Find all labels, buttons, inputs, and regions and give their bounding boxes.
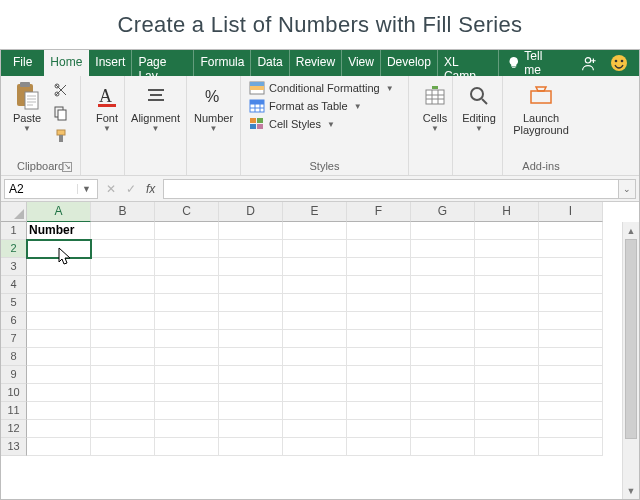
cell[interactable] [283,240,347,258]
cell[interactable] [411,240,475,258]
smiley-icon[interactable] [609,53,629,73]
cell[interactable] [91,330,155,348]
cell[interactable] [91,258,155,276]
cell[interactable] [283,348,347,366]
cell[interactable] [347,294,411,312]
cell[interactable] [539,294,603,312]
cell[interactable] [475,312,539,330]
cell[interactable] [347,348,411,366]
format-as-table-button[interactable]: Format as Table ▼ [247,98,396,114]
cell[interactable] [411,348,475,366]
number-button[interactable]: % Number ▼ [193,80,234,135]
column-header[interactable]: F [347,202,411,222]
cell[interactable] [91,420,155,438]
cell[interactable] [475,240,539,258]
cell[interactable] [91,312,155,330]
cell[interactable] [475,258,539,276]
cell[interactable] [27,276,91,294]
cell[interactable] [219,402,283,420]
cell[interactable] [27,294,91,312]
tab-xl-campus[interactable]: XL Camp [438,50,499,76]
scroll-thumb[interactable] [625,239,637,439]
cell[interactable] [539,348,603,366]
row-header[interactable]: 10 [1,384,27,402]
tab-developer[interactable]: Develop [381,50,438,76]
cell[interactable] [91,384,155,402]
cell[interactable] [411,330,475,348]
cell[interactable] [411,276,475,294]
cell[interactable] [91,276,155,294]
editing-button[interactable]: Editing ▼ [459,80,499,135]
cell[interactable] [219,294,283,312]
cell[interactable] [347,258,411,276]
cell[interactable] [219,438,283,456]
cell[interactable] [475,294,539,312]
copy-button[interactable] [51,103,71,123]
row-header[interactable]: 9 [1,366,27,384]
cell[interactable] [27,366,91,384]
cells-area[interactable]: Number [27,222,639,456]
cell[interactable] [475,420,539,438]
alignment-button[interactable]: Alignment ▼ [131,80,180,135]
format-painter-button[interactable] [51,126,71,146]
cell[interactable] [475,402,539,420]
cell[interactable] [475,348,539,366]
cell[interactable] [91,240,155,258]
column-header[interactable]: D [219,202,283,222]
row-header[interactable]: 1 [1,222,27,240]
cell[interactable] [283,366,347,384]
tab-review[interactable]: Review [290,50,342,76]
cell[interactable] [155,420,219,438]
share-icon[interactable] [579,54,597,72]
cell[interactable] [27,402,91,420]
row-header[interactable]: 5 [1,294,27,312]
cell[interactable] [219,420,283,438]
cell[interactable] [155,384,219,402]
cell[interactable] [219,276,283,294]
row-header[interactable]: 12 [1,420,27,438]
cell[interactable] [219,312,283,330]
cell[interactable] [155,330,219,348]
row-header[interactable]: 8 [1,348,27,366]
cell[interactable] [219,366,283,384]
cell[interactable] [283,312,347,330]
cell[interactable] [475,330,539,348]
tab-data[interactable]: Data [251,50,289,76]
cell[interactable] [91,402,155,420]
font-button[interactable]: A Font ▼ [87,80,127,135]
tell-me-search[interactable]: Tell me [499,50,569,76]
cell[interactable] [155,366,219,384]
cell[interactable] [539,240,603,258]
cell[interactable] [475,276,539,294]
cell[interactable] [155,240,219,258]
cell[interactable] [91,348,155,366]
paste-button[interactable]: Paste ▼ [7,80,47,135]
cell[interactable] [539,366,603,384]
column-header[interactable]: H [475,202,539,222]
cell[interactable] [539,258,603,276]
cell[interactable] [539,312,603,330]
cell[interactable] [27,348,91,366]
cell[interactable] [475,384,539,402]
cell[interactable] [283,402,347,420]
row-header[interactable]: 2 [1,240,27,258]
column-header[interactable]: C [155,202,219,222]
cell[interactable] [283,438,347,456]
expand-formula-bar[interactable]: ⌄ [618,179,636,199]
enter-icon[interactable]: ✓ [126,182,136,196]
cell[interactable] [155,294,219,312]
cell[interactable] [155,348,219,366]
cancel-icon[interactable]: ✕ [106,182,116,196]
tab-view[interactable]: View [342,50,381,76]
cell[interactable] [27,384,91,402]
row-header[interactable]: 11 [1,402,27,420]
cell[interactable] [91,366,155,384]
cell[interactable] [219,348,283,366]
scroll-down-icon[interactable]: ▼ [623,482,639,499]
cell[interactable] [219,240,283,258]
cells-button[interactable]: Cells ▼ [415,80,455,135]
cell-styles-button[interactable]: Cell Styles ▼ [247,116,396,132]
cell[interactable] [411,438,475,456]
cell[interactable] [539,384,603,402]
cell[interactable] [27,258,91,276]
